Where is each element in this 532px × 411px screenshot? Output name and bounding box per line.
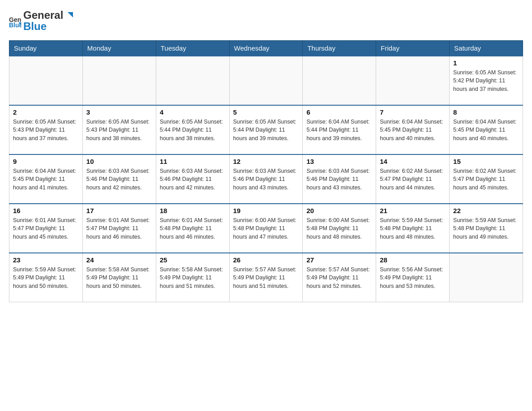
day-info: Sunrise: 6:02 AM Sunset: 5:47 PM Dayligh…: [380, 167, 446, 192]
calendar-cell: [82, 56, 156, 105]
day-number: 8: [453, 108, 519, 116]
day-info: Sunrise: 6:05 AM Sunset: 5:43 PM Dayligh…: [13, 118, 79, 143]
calendar-table: SundayMondayTuesdayWednesdayThursdayFrid…: [9, 40, 523, 303]
column-header-wednesday: Wednesday: [229, 40, 303, 56]
calendar-cell: 23Sunrise: 5:59 AM Sunset: 5:49 PM Dayli…: [9, 253, 83, 302]
day-number: 18: [160, 207, 226, 214]
day-number: 4: [160, 108, 226, 116]
day-info: Sunrise: 6:03 AM Sunset: 5:46 PM Dayligh…: [233, 167, 299, 192]
day-number: 19: [233, 207, 299, 214]
calendar-cell: 16Sunrise: 6:01 AM Sunset: 5:47 PM Dayli…: [9, 204, 83, 253]
day-number: 17: [86, 207, 152, 214]
day-number: 24: [86, 256, 152, 264]
day-number: 12: [233, 158, 299, 165]
calendar-cell: [450, 253, 523, 302]
day-info: Sunrise: 5:59 AM Sunset: 5:48 PM Dayligh…: [453, 216, 519, 241]
calendar-cell: 21Sunrise: 5:59 AM Sunset: 5:48 PM Dayli…: [376, 204, 450, 253]
day-info: Sunrise: 6:01 AM Sunset: 5:48 PM Dayligh…: [160, 216, 226, 241]
logo-triangle-icon: [64, 10, 74, 20]
calendar-cell: 7Sunrise: 6:04 AM Sunset: 5:45 PM Daylig…: [376, 105, 450, 154]
calendar-cell: 19Sunrise: 6:00 AM Sunset: 5:48 PM Dayli…: [229, 204, 303, 253]
calendar-cell: 13Sunrise: 6:03 AM Sunset: 5:46 PM Dayli…: [303, 154, 376, 204]
calendar-cell: 27Sunrise: 5:57 AM Sunset: 5:49 PM Dayli…: [303, 253, 376, 302]
calendar-cell: [9, 56, 83, 105]
calendar-cell: 25Sunrise: 5:58 AM Sunset: 5:49 PM Dayli…: [156, 253, 229, 302]
calendar-cell: 20Sunrise: 6:00 AM Sunset: 5:48 PM Dayli…: [303, 204, 376, 253]
day-info: Sunrise: 6:04 AM Sunset: 5:45 PM Dayligh…: [453, 118, 519, 143]
column-header-thursday: Thursday: [303, 40, 376, 56]
day-number: 5: [233, 108, 299, 116]
column-header-saturday: Saturday: [450, 40, 523, 56]
day-number: 13: [306, 158, 372, 165]
day-number: 10: [86, 158, 152, 165]
day-info: Sunrise: 6:00 AM Sunset: 5:48 PM Dayligh…: [233, 216, 299, 241]
day-number: 27: [306, 256, 372, 264]
column-header-tuesday: Tuesday: [156, 40, 229, 56]
day-number: 6: [306, 108, 372, 116]
day-number: 28: [380, 256, 446, 264]
calendar-cell: 28Sunrise: 5:56 AM Sunset: 5:49 PM Dayli…: [376, 253, 450, 302]
day-info: Sunrise: 5:58 AM Sunset: 5:49 PM Dayligh…: [86, 265, 152, 291]
day-number: 15: [453, 158, 519, 165]
column-header-friday: Friday: [376, 40, 450, 56]
day-number: 7: [380, 108, 446, 116]
day-number: 20: [306, 207, 372, 214]
day-info: Sunrise: 5:59 AM Sunset: 5:48 PM Dayligh…: [380, 216, 446, 241]
day-info: Sunrise: 6:03 AM Sunset: 5:46 PM Dayligh…: [160, 167, 226, 192]
calendar-cell: 10Sunrise: 6:03 AM Sunset: 5:46 PM Dayli…: [82, 154, 156, 204]
calendar-week-row: 2Sunrise: 6:05 AM Sunset: 5:43 PM Daylig…: [9, 105, 523, 154]
calendar-cell: [376, 56, 450, 105]
calendar-week-row: 1Sunrise: 6:05 AM Sunset: 5:42 PM Daylig…: [9, 56, 523, 105]
svg-text:Blue: Blue: [9, 21, 21, 27]
calendar-cell: 5Sunrise: 6:05 AM Sunset: 5:44 PM Daylig…: [229, 105, 303, 154]
logo: General Blue General Blue: [9, 9, 74, 33]
page-header: General Blue General Blue: [9, 9, 523, 33]
day-info: Sunrise: 6:03 AM Sunset: 5:46 PM Dayligh…: [306, 167, 372, 192]
day-info: Sunrise: 6:00 AM Sunset: 5:48 PM Dayligh…: [306, 216, 372, 241]
calendar-cell: 22Sunrise: 5:59 AM Sunset: 5:48 PM Dayli…: [450, 204, 523, 253]
calendar-cell: 12Sunrise: 6:03 AM Sunset: 5:46 PM Dayli…: [229, 154, 303, 204]
day-number: 3: [86, 108, 152, 116]
calendar-cell: [303, 56, 376, 105]
day-info: Sunrise: 5:57 AM Sunset: 5:49 PM Dayligh…: [233, 265, 299, 291]
day-info: Sunrise: 6:01 AM Sunset: 5:47 PM Dayligh…: [13, 216, 79, 241]
column-header-monday: Monday: [82, 40, 156, 56]
day-number: 11: [160, 158, 226, 165]
calendar-cell: [229, 56, 303, 105]
calendar-cell: 26Sunrise: 5:57 AM Sunset: 5:49 PM Dayli…: [229, 253, 303, 302]
calendar-cell: [156, 56, 229, 105]
day-number: 14: [380, 158, 446, 165]
day-number: 1: [453, 59, 519, 67]
logo-icon: General Blue: [9, 15, 21, 27]
calendar-week-row: 16Sunrise: 6:01 AM Sunset: 5:47 PM Dayli…: [9, 204, 523, 253]
column-header-sunday: Sunday: [9, 40, 83, 56]
calendar-cell: 18Sunrise: 6:01 AM Sunset: 5:48 PM Dayli…: [156, 204, 229, 253]
calendar-cell: 11Sunrise: 6:03 AM Sunset: 5:46 PM Dayli…: [156, 154, 229, 204]
logo-blue: Blue: [23, 20, 74, 33]
day-info: Sunrise: 6:02 AM Sunset: 5:47 PM Dayligh…: [453, 167, 519, 192]
day-number: 16: [13, 207, 79, 214]
day-number: 9: [13, 158, 79, 165]
calendar-cell: 24Sunrise: 5:58 AM Sunset: 5:49 PM Dayli…: [82, 253, 156, 302]
day-number: 21: [380, 207, 446, 214]
day-info: Sunrise: 6:05 AM Sunset: 5:44 PM Dayligh…: [233, 118, 299, 143]
day-info: Sunrise: 6:04 AM Sunset: 5:44 PM Dayligh…: [306, 118, 372, 143]
calendar-cell: 6Sunrise: 6:04 AM Sunset: 5:44 PM Daylig…: [303, 105, 376, 154]
calendar-cell: 1Sunrise: 6:05 AM Sunset: 5:42 PM Daylig…: [450, 56, 523, 105]
day-info: Sunrise: 6:03 AM Sunset: 5:46 PM Dayligh…: [86, 167, 152, 192]
day-number: 26: [233, 256, 299, 264]
day-info: Sunrise: 6:05 AM Sunset: 5:42 PM Dayligh…: [453, 68, 519, 94]
calendar-cell: 4Sunrise: 6:05 AM Sunset: 5:44 PM Daylig…: [156, 105, 229, 154]
calendar-cell: 2Sunrise: 6:05 AM Sunset: 5:43 PM Daylig…: [9, 105, 83, 154]
calendar-cell: 17Sunrise: 6:01 AM Sunset: 5:47 PM Dayli…: [82, 204, 156, 253]
calendar-week-row: 23Sunrise: 5:59 AM Sunset: 5:49 PM Dayli…: [9, 253, 523, 302]
calendar-week-row: 9Sunrise: 6:04 AM Sunset: 5:45 PM Daylig…: [9, 154, 523, 204]
calendar-cell: 8Sunrise: 6:04 AM Sunset: 5:45 PM Daylig…: [450, 105, 523, 154]
day-info: Sunrise: 6:05 AM Sunset: 5:44 PM Dayligh…: [160, 118, 226, 143]
day-number: 2: [13, 108, 79, 116]
svg-marker-3: [68, 12, 73, 17]
day-info: Sunrise: 6:01 AM Sunset: 5:47 PM Dayligh…: [86, 216, 152, 241]
day-info: Sunrise: 5:57 AM Sunset: 5:49 PM Dayligh…: [306, 265, 372, 291]
calendar-cell: 3Sunrise: 6:05 AM Sunset: 5:43 PM Daylig…: [82, 105, 156, 154]
day-info: Sunrise: 6:04 AM Sunset: 5:45 PM Dayligh…: [13, 167, 79, 192]
